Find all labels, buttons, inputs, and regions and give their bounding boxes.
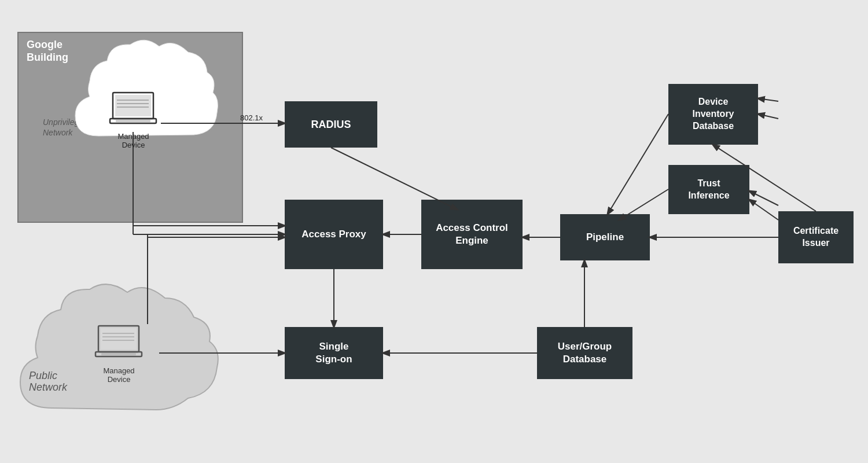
- svg-line-34: [758, 98, 778, 101]
- pipeline-label: Pipeline: [586, 232, 624, 243]
- svg-text:Network: Network: [29, 381, 68, 393]
- radius-label: RADIUS: [311, 119, 351, 131]
- label-8021x: 802.1x: [240, 113, 263, 122]
- cert-label: CertificateIssuer: [793, 225, 838, 249]
- svg-rect-10: [101, 328, 137, 350]
- svg-rect-6: [116, 120, 150, 122]
- laptop-bottom: [93, 323, 145, 363]
- svg-line-26: [749, 191, 778, 205]
- laptop-top: [107, 90, 159, 130]
- user-db-label: User/GroupDatabase: [558, 340, 612, 366]
- ace-label: Access ControlEngine: [436, 222, 508, 247]
- box-user-group-database: User/GroupDatabase: [537, 327, 632, 379]
- device-inv-label: DeviceInventoryDatabase: [692, 96, 734, 132]
- svg-rect-1: [115, 95, 151, 116]
- diagram-container: GoogleBuilding UnprivilegedNetwork Manag…: [0, 0, 868, 463]
- box-access-proxy: Access Proxy: [285, 200, 383, 269]
- box-device-inventory: DeviceInventoryDatabase: [668, 84, 758, 145]
- access-proxy-label: Access Proxy: [301, 229, 366, 240]
- managed-device-top-label: ManagedDevice: [109, 132, 158, 149]
- svg-line-36: [749, 200, 778, 220]
- trust-label: TrustInference: [688, 178, 729, 202]
- svg-line-25: [758, 114, 778, 119]
- managed-device-bottom-label: ManagedDevice: [91, 366, 146, 384]
- box-single-signon: SingleSign-on: [285, 327, 383, 379]
- box-access-control-engine: Access ControlEngine: [421, 200, 523, 269]
- box-pipeline: Pipeline: [560, 214, 650, 260]
- box-certificate-issuer: CertificateIssuer: [778, 211, 854, 263]
- svg-line-23: [608, 114, 668, 214]
- box-radius: RADIUS: [285, 101, 377, 148]
- box-trust-inference: TrustInference: [668, 165, 749, 214]
- google-building-label: GoogleBuilding: [27, 39, 68, 64]
- sso-label: SingleSign-on: [315, 340, 352, 366]
- svg-rect-15: [101, 353, 136, 355]
- svg-text:Public: Public: [29, 370, 57, 381]
